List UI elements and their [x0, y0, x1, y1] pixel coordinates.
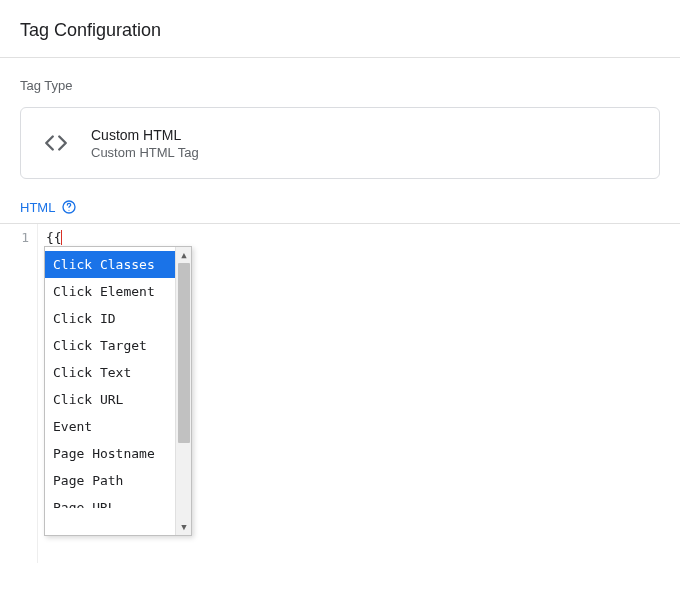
- autocomplete-item[interactable]: Click Text: [45, 359, 175, 386]
- autocomplete-item[interactable]: Page URL: [45, 494, 175, 508]
- autocomplete-item[interactable]: Page Hostname: [45, 440, 175, 467]
- tag-type-title: Custom HTML: [91, 127, 199, 143]
- autocomplete-item[interactable]: Page Path: [45, 467, 175, 494]
- code-line: {{: [46, 230, 672, 245]
- code-icon: [39, 126, 73, 160]
- help-icon[interactable]: [61, 199, 77, 215]
- editor-gutter: 1: [0, 224, 38, 563]
- tag-type-card[interactable]: Custom HTML Custom HTML Tag: [20, 107, 660, 179]
- autocomplete-item[interactable]: Event: [45, 413, 175, 440]
- tag-type-label: Tag Type: [20, 78, 660, 93]
- autocomplete-item[interactable]: Click Target: [45, 332, 175, 359]
- code-area[interactable]: {{ Click ClassesClick ElementClick IDCli…: [38, 224, 680, 563]
- autocomplete-popup[interactable]: Click ClassesClick ElementClick IDClick …: [44, 246, 192, 536]
- code-editor[interactable]: 1 {{ Click ClassesClick ElementClick IDC…: [0, 223, 680, 563]
- page-title: Tag Configuration: [20, 20, 660, 41]
- autocomplete-list[interactable]: Click ClassesClick ElementClick IDClick …: [45, 247, 175, 535]
- html-field-label-row: HTML: [0, 199, 680, 223]
- scrollbar[interactable]: ▲ ▼: [175, 247, 191, 535]
- svg-point-1: [69, 210, 70, 211]
- tag-type-text: Custom HTML Custom HTML Tag: [91, 127, 199, 160]
- scroll-thumb[interactable]: [178, 263, 190, 443]
- text-cursor: [61, 230, 62, 245]
- line-number: 1: [0, 230, 29, 245]
- autocomplete-item[interactable]: Click Classes: [45, 251, 175, 278]
- html-field-label: HTML: [20, 200, 55, 215]
- page-header: Tag Configuration: [0, 0, 680, 57]
- tag-type-subtitle: Custom HTML Tag: [91, 145, 199, 160]
- autocomplete-item[interactable]: Click Element: [45, 278, 175, 305]
- scroll-down-arrow[interactable]: ▼: [176, 519, 192, 535]
- autocomplete-item[interactable]: Click URL: [45, 386, 175, 413]
- scroll-up-arrow[interactable]: ▲: [176, 247, 192, 263]
- tag-type-section: Tag Type Custom HTML Custom HTML Tag: [0, 58, 680, 199]
- autocomplete-item[interactable]: Click ID: [45, 305, 175, 332]
